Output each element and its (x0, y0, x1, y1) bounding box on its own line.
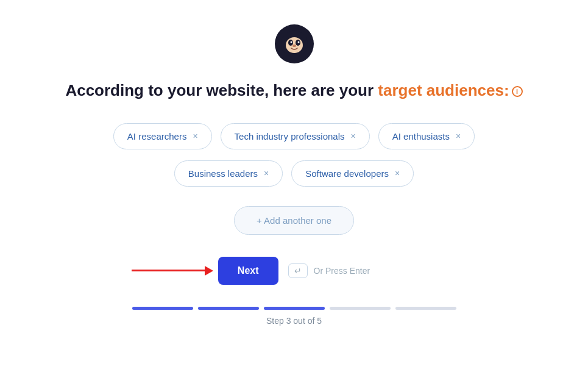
tags-row-2: Business leaders × Software developers × (174, 160, 414, 187)
svg-point-5 (297, 41, 299, 43)
progress-bar-row (105, 307, 483, 310)
headline: According to your website, here are your… (65, 81, 522, 101)
progress-segment-1 (132, 307, 193, 310)
progress-segment-2 (198, 307, 259, 310)
arrow-head (205, 266, 213, 276)
tag-tech-professionals[interactable]: Tech industry professionals × (221, 123, 370, 149)
tag-label: AI researchers (127, 131, 187, 141)
step-label: Step 3 out of 5 (266, 316, 322, 326)
enter-symbol: ↵ (294, 266, 302, 276)
enter-hint-label: Or Press Enter (314, 266, 370, 276)
tag-close-ai-researchers[interactable]: × (193, 132, 197, 140)
logo-icon (275, 24, 314, 63)
svg-point-4 (290, 41, 292, 43)
tags-container: AI researchers × Tech industry professio… (113, 123, 475, 187)
progress-section: Step 3 out of 5 (105, 307, 483, 326)
progress-segment-3 (264, 307, 325, 310)
progress-segment-4 (330, 307, 391, 310)
tag-close-business-leaders[interactable]: × (264, 169, 269, 177)
headline-highlight: target audiences: (378, 81, 509, 99)
svg-point-6 (292, 45, 296, 47)
tag-ai-enthusiasts[interactable]: AI enthusiasts × (378, 123, 475, 149)
enter-hint: ↵ Or Press Enter (288, 263, 370, 278)
tag-label: Software developers (305, 168, 389, 179)
add-another-button[interactable]: + Add another one (234, 206, 354, 235)
red-arrow (132, 266, 213, 276)
logo-container (275, 24, 314, 63)
tags-row-1: AI researchers × Tech industry professio… (113, 123, 475, 149)
tag-label: Business leaders (188, 168, 258, 179)
tag-ai-researchers[interactable]: AI researchers × (113, 123, 212, 149)
tag-label: AI enthusiasts (392, 131, 450, 141)
next-button[interactable]: Next (218, 257, 278, 285)
tag-close-ai-enthusiasts[interactable]: × (456, 132, 461, 140)
tag-close-tech-professionals[interactable]: × (351, 132, 356, 140)
tag-label: Tech industry professionals (235, 131, 345, 141)
arrow-container: Next (218, 257, 278, 285)
actions-row: Next ↵ Or Press Enter (218, 257, 370, 285)
arrow-line (132, 270, 205, 271)
headline-prefix: According to your website, here are your (65, 81, 378, 99)
progress-segment-5 (395, 307, 456, 310)
tag-business-leaders[interactable]: Business leaders × (174, 160, 283, 187)
enter-key-icon: ↵ (288, 263, 308, 278)
info-icon[interactable]: i (512, 86, 523, 97)
tag-software-developers[interactable]: Software developers × (291, 160, 414, 187)
tag-close-software-developers[interactable]: × (395, 169, 400, 177)
